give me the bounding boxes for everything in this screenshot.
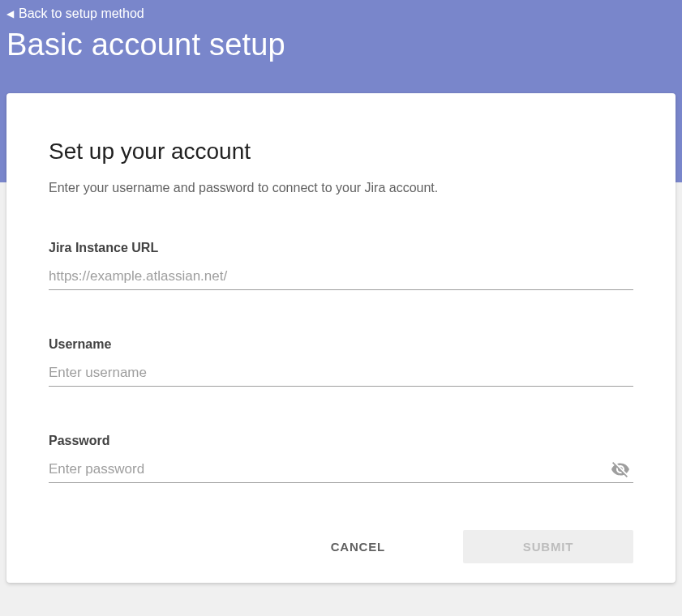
card-title: Set up your account bbox=[49, 139, 633, 165]
jira-url-field: Jira Instance URL bbox=[49, 241, 633, 290]
back-link-label: Back to setup method bbox=[19, 6, 144, 21]
password-field: Password bbox=[49, 434, 633, 483]
password-label: Password bbox=[49, 434, 633, 448]
jira-url-input[interactable] bbox=[49, 265, 633, 290]
password-input[interactable] bbox=[49, 458, 633, 483]
back-link[interactable]: ◀ Back to setup method bbox=[6, 5, 144, 23]
username-field: Username bbox=[49, 337, 633, 387]
visibility-off-icon[interactable] bbox=[611, 460, 630, 482]
cancel-button[interactable]: CANCEL bbox=[324, 532, 392, 562]
chevron-left-icon: ◀ bbox=[6, 9, 14, 19]
username-label: Username bbox=[49, 337, 633, 352]
action-row: CANCEL SUBMIT bbox=[49, 530, 633, 563]
jira-url-label: Jira Instance URL bbox=[49, 241, 633, 255]
submit-button[interactable]: SUBMIT bbox=[463, 530, 633, 563]
setup-card: Set up your account Enter your username … bbox=[6, 93, 676, 583]
card-subtitle: Enter your username and password to conn… bbox=[49, 181, 633, 195]
username-input[interactable] bbox=[49, 361, 633, 387]
page-title: Basic account setup bbox=[6, 28, 676, 62]
